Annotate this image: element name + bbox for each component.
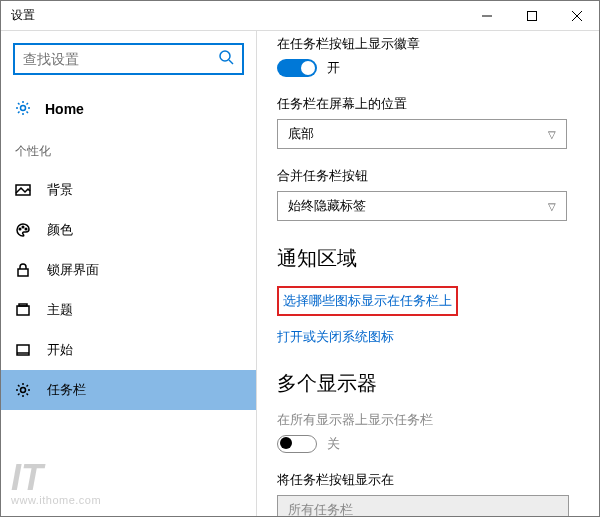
toggle-multi-display[interactable]	[277, 435, 317, 453]
titlebar: 设置	[1, 1, 599, 31]
settings-window: 设置 Home	[0, 0, 600, 517]
svg-line-5	[229, 60, 233, 64]
toggle-state-text: 关	[327, 435, 340, 453]
toggle-state-text: 开	[327, 59, 340, 77]
section-heading-notification: 通知区域	[277, 245, 579, 272]
svg-rect-11	[18, 269, 28, 276]
combo-taskbar-position[interactable]: 底部 ▽	[277, 119, 567, 149]
link-system-icons[interactable]: 打开或关闭系统图标	[277, 328, 579, 346]
setting-label: 将任务栏按钮显示在	[277, 471, 579, 489]
combo-value: 底部	[288, 125, 314, 143]
setting-taskbar-position: 任务栏在屏幕上的位置 底部 ▽	[277, 95, 579, 149]
gear-icon	[15, 100, 31, 119]
minimize-button[interactable]	[464, 1, 509, 30]
close-button[interactable]	[554, 1, 599, 30]
setting-label: 任务栏在屏幕上的位置	[277, 95, 579, 113]
setting-label: 合并任务栏按钮	[277, 167, 579, 185]
search-icon	[218, 49, 234, 69]
themes-icon	[15, 302, 31, 318]
window-body: Home 个性化 背景 颜色 锁屏界面	[1, 31, 599, 516]
home-row[interactable]: Home	[1, 89, 256, 129]
toggle-badges[interactable]	[277, 59, 317, 77]
sidebar-item-start[interactable]: 开始	[1, 330, 256, 370]
palette-icon	[15, 222, 31, 238]
sidebar-item-label: 颜色	[47, 221, 73, 239]
svg-rect-13	[19, 304, 27, 306]
sidebar-item-background[interactable]: 背景	[1, 170, 256, 210]
svg-point-4	[220, 51, 230, 61]
start-icon	[15, 342, 31, 358]
combo-multi-display: 所有任务栏	[277, 495, 569, 516]
picture-icon	[15, 182, 31, 198]
svg-point-16	[21, 388, 26, 393]
svg-point-8	[19, 228, 21, 230]
setting-label: 在所有显示器上显示任务栏	[277, 411, 579, 429]
combo-combine-buttons[interactable]: 始终隐藏标签 ▽	[277, 191, 567, 221]
sidebar-item-lockscreen[interactable]: 锁屏界面	[1, 250, 256, 290]
setting-multi-toggle: 在所有显示器上显示任务栏 关	[277, 411, 579, 453]
svg-rect-1	[527, 11, 536, 20]
link-select-taskbar-icons[interactable]: 选择哪些图标显示在任务栏上	[277, 286, 458, 316]
svg-rect-12	[17, 306, 29, 315]
combo-value: 始终隐藏标签	[288, 197, 366, 215]
sidebar-item-label: 锁屏界面	[47, 261, 99, 279]
sidebar-item-label: 主题	[47, 301, 73, 319]
combo-value: 所有任务栏	[288, 501, 353, 516]
svg-point-9	[22, 226, 24, 228]
search-box[interactable]	[13, 43, 244, 75]
section-heading-multimonitor: 多个显示器	[277, 370, 579, 397]
chevron-down-icon: ▽	[548, 129, 556, 140]
window-title: 设置	[11, 7, 464, 24]
chevron-down-icon: ▽	[548, 201, 556, 212]
setting-show-badges: 在任务栏按钮上显示徽章 开	[277, 35, 579, 77]
sidebar-item-taskbar[interactable]: 任务栏	[1, 370, 256, 410]
search-input[interactable]	[23, 51, 218, 67]
sidebar-item-label: 背景	[47, 181, 73, 199]
setting-label: 在任务栏按钮上显示徽章	[277, 35, 579, 53]
setting-multi-combo: 将任务栏按钮显示在 所有任务栏	[277, 471, 579, 516]
lock-icon	[15, 262, 31, 278]
content-pane: 在任务栏按钮上显示徽章 开 任务栏在屏幕上的位置 底部 ▽ 合并任务栏按钮 始终…	[257, 31, 599, 516]
sidebar-section-label: 个性化	[1, 129, 256, 170]
home-label: Home	[45, 101, 84, 117]
sidebar-item-themes[interactable]: 主题	[1, 290, 256, 330]
setting-combine-buttons: 合并任务栏按钮 始终隐藏标签 ▽	[277, 167, 579, 221]
sidebar-item-label: 任务栏	[47, 381, 86, 399]
sidebar-item-label: 开始	[47, 341, 73, 359]
svg-point-10	[25, 228, 27, 230]
svg-point-6	[21, 105, 26, 110]
gear-icon	[15, 382, 31, 398]
sidebar: Home 个性化 背景 颜色 锁屏界面	[1, 31, 257, 516]
maximize-button[interactable]	[509, 1, 554, 30]
window-controls	[464, 1, 599, 30]
sidebar-item-colors[interactable]: 颜色	[1, 210, 256, 250]
